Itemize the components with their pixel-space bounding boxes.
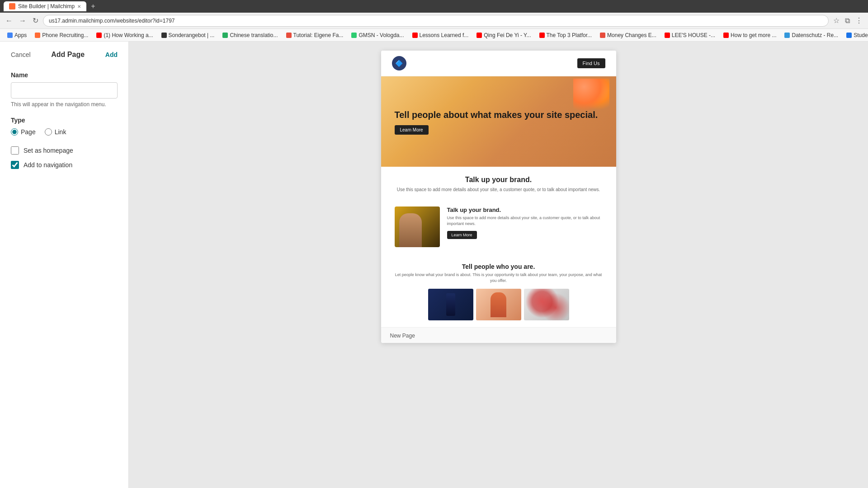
bookmark-how1[interactable]: (1) How Working a...	[93, 31, 156, 39]
name-label: Name	[11, 71, 118, 79]
link-radio-option[interactable]: Link	[45, 128, 66, 136]
hero-text-area: Tell people about what makes your site s…	[381, 100, 616, 144]
new-tab-button[interactable]: +	[89, 2, 97, 10]
set-homepage-label[interactable]: Set as homepage	[24, 147, 73, 154]
feature-title: Talk up your brand.	[447, 206, 603, 213]
feature-person	[399, 213, 422, 247]
bookmark-lee[interactable]: LEE'S HOUSE -...	[661, 31, 719, 39]
bookmark-money[interactable]: Money Changes E...	[596, 31, 660, 39]
people-image-1	[428, 289, 473, 320]
add-to-navigation-option[interactable]: Add to navigation	[11, 161, 118, 169]
add-to-navigation-label[interactable]: Add to navigation	[24, 161, 72, 169]
reload-button[interactable]: ↻	[31, 14, 40, 27]
name-hint: This will appear in the navigation menu.	[11, 101, 118, 108]
bookmark-favicon	[7, 33, 13, 38]
menu-icon[interactable]: ⋮	[854, 14, 864, 27]
site-logo-inner: 🔷	[395, 60, 403, 67]
bookmark-daten[interactable]: Datenschutz - Re...	[781, 31, 842, 39]
bookmark-apps[interactable]: Apps	[4, 31, 30, 39]
bookmark-icon[interactable]: ☆	[831, 14, 841, 27]
forward-button[interactable]: →	[17, 15, 28, 27]
bookmark-student[interactable]: Student Wants an...	[843, 31, 868, 39]
site-nav-button[interactable]: Find Us	[577, 58, 605, 68]
bookmark-lessons[interactable]: Lessons Learned f...	[409, 31, 472, 39]
panel-header: Cancel Add Page Add	[11, 51, 118, 59]
bookmark-favicon	[539, 33, 545, 38]
add-button[interactable]: Add	[105, 51, 118, 58]
tab-close-icon[interactable]: ✕	[77, 4, 81, 9]
feature-text: Use this space to add more details about…	[447, 215, 603, 226]
bookmark-favicon	[286, 33, 292, 38]
bookmark-chinese[interactable]: Chinese translatio...	[219, 31, 281, 39]
people-image-2	[476, 289, 521, 320]
bookmark-favicon	[161, 33, 167, 38]
name-input[interactable]	[11, 82, 118, 99]
site-nav: 🔷 Find Us	[381, 51, 616, 76]
flower-overlay	[524, 289, 569, 320]
page-radio-option[interactable]: Page	[11, 128, 36, 136]
panel-title: Add Page	[51, 51, 85, 59]
people-text: Let people know what your brand is about…	[395, 272, 603, 283]
toolbar-icons: ☆ ⧉ ⋮	[831, 14, 864, 27]
brand-section-title: Talk up your brand.	[395, 176, 603, 184]
bookmark-favicon	[665, 33, 670, 38]
radio-group: Page Link	[11, 128, 118, 136]
feature-button[interactable]: Learn More	[447, 231, 477, 239]
browser-tab[interactable]: Site Builder | Mailchimp ✕	[4, 1, 86, 11]
name-field-group: Name This will appear in the navigation …	[11, 71, 118, 108]
hero-button[interactable]: Learn More	[395, 125, 429, 135]
bookmark-favicon	[476, 33, 482, 38]
bookmark-favicon	[846, 33, 852, 38]
type-section: Type Page Link	[11, 117, 118, 136]
bookmark-favicon	[600, 33, 605, 38]
type-label: Type	[11, 117, 118, 124]
link-radio-label: Link	[55, 128, 66, 136]
people-images	[395, 289, 603, 320]
bookmark-phone[interactable]: Phone Recruiting...	[31, 31, 92, 39]
bookmark-howto[interactable]: How to get more ...	[720, 31, 780, 39]
feature-section: Talk up your brand. Use this space to ad…	[381, 202, 616, 256]
dark-product	[446, 293, 455, 316]
app-container: Cancel Add Page Add Name This will appea…	[0, 42, 868, 488]
bookmark-favicon	[784, 33, 790, 38]
bookmark-qing[interactable]: Qing Fei De Yi - Y...	[473, 31, 534, 39]
website-preview: 🔷 Find Us Tell people about what makes y…	[381, 51, 616, 343]
bookmark-tutorial[interactable]: Tutorial: Eigene Fa...	[283, 31, 347, 39]
cancel-button[interactable]: Cancel	[11, 51, 31, 58]
link-radio-input[interactable]	[45, 128, 52, 136]
extensions-icon[interactable]: ⧉	[843, 14, 852, 27]
browser-toolbar: ← → ↻ ☆ ⧉ ⋮	[0, 13, 868, 29]
bookmark-gmsn[interactable]: GMSN - Vologda...	[348, 31, 407, 39]
add-page-panel: Cancel Add Page Add Name This will appea…	[0, 42, 129, 488]
bookmark-favicon	[35, 33, 40, 38]
set-homepage-checkbox[interactable]	[11, 146, 19, 155]
feature-image	[395, 206, 440, 247]
people-section: Tell people who you are. Let people know…	[381, 256, 616, 327]
bookmark-favicon	[351, 33, 357, 38]
tab-favicon	[9, 3, 15, 9]
feature-content: Talk up your brand. Use this space to ad…	[440, 206, 603, 247]
set-homepage-option[interactable]: Set as homepage	[11, 146, 118, 155]
bookmark-top3[interactable]: The Top 3 Platfor...	[536, 31, 596, 39]
bookmark-sonder[interactable]: Sonderangebot | ...	[158, 31, 218, 39]
bookmarks-bar: Apps Phone Recruiting... (1) How Working…	[0, 29, 868, 42]
brand-section: Talk up your brand. Use this space to ad…	[381, 167, 616, 202]
tab-title: Site Builder | Mailchimp	[18, 3, 75, 9]
brand-section-text: Use this space to add more details about…	[395, 187, 603, 193]
page-radio-input[interactable]	[11, 128, 18, 136]
bookmark-favicon	[96, 33, 102, 38]
site-logo: 🔷	[392, 56, 406, 70]
person-figure	[491, 292, 506, 317]
hero-section: Tell people about what makes your site s…	[381, 76, 616, 167]
bookmark-favicon	[222, 33, 228, 38]
bookmark-favicon	[412, 33, 418, 38]
address-bar[interactable]	[43, 15, 829, 27]
new-page-bar: New Page	[381, 327, 616, 343]
add-to-navigation-checkbox[interactable]	[11, 161, 19, 169]
preview-area: 🔷 Find Us Tell people about what makes y…	[129, 42, 868, 488]
page-radio-label: Page	[21, 128, 36, 136]
back-button[interactable]: ←	[4, 15, 14, 27]
browser-chrome: Site Builder | Mailchimp ✕ +	[0, 0, 868, 13]
people-title: Tell people who you are.	[395, 263, 603, 270]
hero-title: Tell people about what makes your site s…	[395, 109, 603, 121]
